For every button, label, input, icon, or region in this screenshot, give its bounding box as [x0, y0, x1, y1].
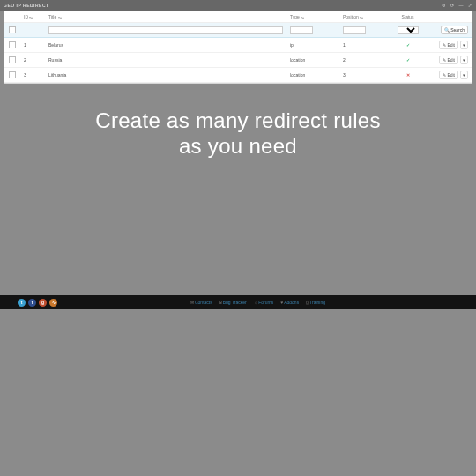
panel-title: GEO IP REDIRECT [4, 3, 49, 8]
footer-link[interactable]: 𐌁Bug Tracker [219, 300, 247, 305]
row-checkbox[interactable] [9, 71, 16, 78]
select-all-checkbox[interactable] [9, 26, 16, 33]
hero-text: Create as many redirect rules as you nee… [0, 108, 476, 160]
column-header-status[interactable]: Status [383, 11, 432, 23]
cell-status: ✕ [383, 68, 432, 83]
footer-link-icon: ♥ [280, 300, 283, 305]
pencil-icon: ✎ [443, 42, 446, 48]
footer-link-label: Addons [284, 300, 299, 305]
cell-title: Russia [45, 53, 286, 68]
footer-link-icon: 𐌁 [219, 300, 222, 305]
pencil-icon: ✎ [443, 72, 446, 78]
table-filter-row: 🔍Search [4, 23, 472, 38]
row-checkbox[interactable] [9, 56, 16, 63]
footer-link[interactable]: ☼Forums [254, 300, 274, 305]
panel-controls: ⚙ ⟳ — ⤢ [441, 3, 472, 8]
pencil-icon: ✎ [443, 57, 446, 63]
cell-status: ✓ [383, 53, 432, 68]
footer-links: ✉Contacts𐌁Bug Tracker☼Forums♥Addons⎙Trai… [190, 300, 325, 305]
panel-header: GEO IP REDIRECT ⚙ ⟳ — ⤢ [0, 0, 476, 11]
cell-id: 2 [20, 53, 45, 68]
hero-line-2: as you need [0, 134, 476, 160]
filter-status-select[interactable] [398, 26, 419, 34]
footer-link-label: Training [309, 300, 325, 305]
search-button[interactable]: 🔍Search [441, 26, 468, 34]
cell-type: ip [286, 38, 339, 53]
filter-position-input[interactable] [343, 26, 366, 34]
facebook-icon[interactable]: f [28, 299, 36, 307]
edit-button[interactable]: ✎ Edit [439, 41, 458, 49]
footer-link[interactable]: ⎙Training [306, 300, 325, 305]
sort-icon: ▾▴ [58, 15, 62, 19]
footer-link-label: Forums [258, 300, 273, 305]
status-enabled-icon: ✓ [406, 42, 410, 48]
hero-line-1: Create as many redirect rules [0, 108, 476, 134]
sort-icon: ▾▴ [360, 15, 363, 19]
row-menu-button[interactable]: ▾ [460, 71, 468, 79]
cell-title: Belarus [45, 38, 286, 53]
cell-type: location [286, 53, 339, 68]
settings-icon[interactable]: ⚙ [441, 3, 446, 8]
table-row: 3Lithuanialocation3✕✎ Edit▾ [4, 68, 472, 83]
column-header-title[interactable]: Title ▾▴ [45, 11, 286, 23]
sort-icon: ▾▴ [29, 15, 33, 19]
cell-id: 3 [20, 68, 45, 83]
minimize-icon[interactable]: — [458, 3, 464, 8]
twitter-icon[interactable]: t [18, 299, 26, 307]
rules-table-container: ID ▾▴ Title ▾▴ Type ▾▴ Position ▾▴ Statu… [4, 11, 472, 84]
filter-title-input[interactable] [48, 26, 283, 34]
cell-position: 2 [339, 53, 383, 68]
social-icons: t f g ∿ [18, 299, 57, 307]
column-header-checkbox [4, 11, 20, 23]
footer-link-icon: ✉ [190, 300, 194, 305]
refresh-icon[interactable]: ⟳ [450, 3, 455, 8]
status-disabled-icon: ✕ [406, 72, 410, 78]
filter-type-input[interactable] [290, 26, 313, 34]
edit-button[interactable]: ✎ Edit [439, 56, 458, 64]
column-header-type[interactable]: Type ▾▴ [286, 11, 339, 23]
googleplus-icon[interactable]: g [39, 299, 47, 307]
cell-position: 1 [339, 38, 383, 53]
status-enabled-icon: ✓ [406, 57, 410, 63]
footer-link-icon: ⎙ [306, 300, 309, 305]
row-menu-button[interactable]: ▾ [460, 56, 468, 64]
footer-link[interactable]: ✉Contacts [190, 300, 212, 305]
cell-title: Lithuania [45, 68, 286, 83]
footer-link-icon: ☼ [254, 300, 258, 305]
rss-icon[interactable]: ∿ [49, 299, 57, 307]
rules-table: ID ▾▴ Title ▾▴ Type ▾▴ Position ▾▴ Statu… [4, 11, 472, 83]
search-icon: 🔍 [444, 27, 450, 33]
column-header-id[interactable]: ID ▾▴ [20, 11, 45, 23]
cell-status: ✓ [383, 38, 432, 53]
column-header-actions [432, 11, 472, 23]
expand-icon[interactable]: ⤢ [467, 3, 472, 8]
footer-link-label: Contacts [195, 300, 212, 305]
edit-button[interactable]: ✎ Edit [439, 71, 458, 79]
cell-position: 3 [339, 68, 383, 83]
cell-id: 1 [20, 38, 45, 53]
footer-bar: t f g ∿ ✉Contacts𐌁Bug Tracker☼Forums♥Add… [0, 295, 476, 309]
table-header-row: ID ▾▴ Title ▾▴ Type ▾▴ Position ▾▴ Statu… [4, 11, 472, 23]
row-checkbox[interactable] [9, 41, 16, 48]
cell-type: location [286, 68, 339, 83]
sort-icon: ▾▴ [301, 15, 304, 19]
footer-link-label: Bug Tracker [223, 300, 247, 305]
table-row: 1Belarusip1✓✎ Edit▾ [4, 38, 472, 53]
table-row: 2Russialocation2✓✎ Edit▾ [4, 53, 472, 68]
column-header-position[interactable]: Position ▾▴ [339, 11, 383, 23]
row-menu-button[interactable]: ▾ [460, 41, 468, 49]
footer-link[interactable]: ♥Addons [280, 300, 299, 305]
